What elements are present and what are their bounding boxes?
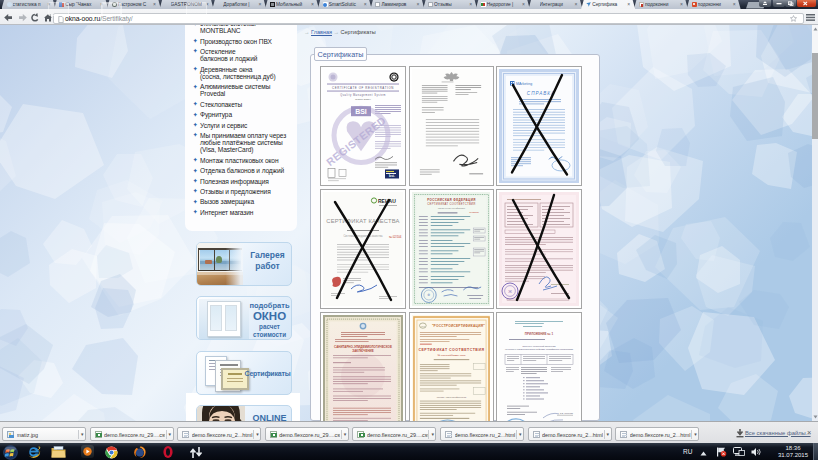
svg-text:ЗАКЛЮЧЕНИЕ: ЗАКЛЮЧЕНИЕ — [352, 349, 373, 353]
svg-text:СЕРТИФИКАТ СООТВЕТСТВИЯ: СЕРТИФИКАТ СООТВЕТСТВИЯ — [418, 348, 484, 352]
svg-text:на которую распространяется де: на которую распространяется действие сер… — [505, 348, 574, 350]
svg-text:MArketing: MArketing — [516, 82, 532, 86]
svg-text:Quality Management System: Quality Management System — [340, 92, 386, 96]
svg-text:СЕРТИФИКАТ КАЧЕСТВА: СЕРТИФИКАТ КАЧЕСТВА — [326, 218, 399, 224]
svg-text:№ 02/104: № 02/104 — [389, 234, 402, 238]
svg-text:С.В. Корнеева: С.В. Корнеева — [559, 412, 573, 414]
svg-text:bsi.: bsi. — [389, 174, 395, 178]
svg-text:СЕРТИФИКАТ СООТВЕТСТВИЯ: СЕРТИФИКАТ СООТВЕТСТВИЯ — [427, 202, 475, 206]
svg-text:Перечень конкретной продукции: Перечень конкретной продукции — [522, 345, 556, 347]
svg-text:"РОССТРОЙСЕРТИФИКАЦИЯ": "РОССТРОЙСЕРТИФИКАЦИЯ" — [431, 324, 484, 328]
svg-text:Система менеджмента качества: Система менеджмента качества — [343, 234, 383, 238]
svg-text:BSI: BSI — [355, 107, 367, 114]
svg-text:(обязательная сертификация): (обязательная сертификация) — [437, 206, 465, 208]
svg-text:CERTIFICATE OF REGISTRATION: CERTIFICATE OF REGISTRATION — [332, 85, 394, 89]
svg-text:СПРАВКА: СПРАВКА — [526, 91, 554, 96]
svg-text:ПРИЛОЖЕНИЕ № 1: ПРИЛОЖЕНИЕ № 1 — [524, 332, 553, 336]
svg-text:0905083: 0905083 — [469, 211, 479, 214]
svg-text:⊕: ⊕ — [427, 293, 430, 297]
svg-text:ГСС: ГСС — [420, 325, 425, 327]
svg-text:Ж: Ж — [508, 289, 512, 294]
svg-text:profine GmbH: profine GmbH — [355, 97, 371, 100]
svg-text:№ РОССИЙФЕДЕРАЦИИ: № РОССИЙФЕДЕРАЦИИ — [437, 354, 465, 357]
